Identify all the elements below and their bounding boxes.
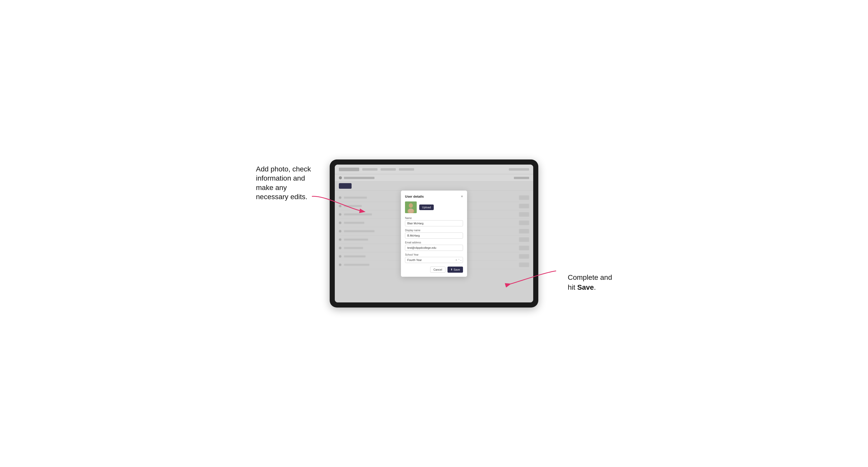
svg-point-4 bbox=[408, 209, 413, 213]
email-field-group: Email address bbox=[405, 241, 463, 251]
modal-close-button[interactable]: × bbox=[461, 195, 463, 198]
save-icon: ⬆ bbox=[451, 268, 453, 271]
save-button[interactable]: ⬆ Save bbox=[447, 267, 463, 273]
school-year-clear-button[interactable]: × bbox=[456, 258, 457, 261]
cancel-button[interactable]: Cancel bbox=[430, 267, 445, 273]
arrow-right-indicator bbox=[508, 268, 559, 287]
school-year-field-group: School Year × ⌃⌄ bbox=[405, 253, 463, 263]
svg-point-2 bbox=[409, 203, 413, 208]
modal-title: User details bbox=[405, 195, 424, 198]
page-container: Add photo, check information and make an… bbox=[256, 144, 612, 323]
upload-button[interactable]: Upload bbox=[419, 205, 434, 210]
school-year-input[interactable] bbox=[405, 257, 463, 263]
name-field-group: Name bbox=[405, 217, 463, 226]
photo-preview bbox=[405, 201, 417, 213]
modal-header: User details × bbox=[405, 195, 463, 198]
display-name-field-group: Display name bbox=[405, 229, 463, 239]
school-year-dropdown-button[interactable]: ⌃⌄ bbox=[458, 259, 462, 261]
school-year-label: School Year bbox=[405, 253, 463, 256]
photo-section: Upload bbox=[405, 201, 463, 213]
photo-thumbnail bbox=[405, 201, 417, 213]
arrow-left-indicator bbox=[309, 194, 365, 215]
annotation-right: Complete and hit Save. bbox=[568, 272, 612, 292]
annotation-left: Add photo, check information and make an… bbox=[256, 164, 311, 202]
user-details-modal: User details × bbox=[401, 190, 467, 277]
school-year-controls: × ⌃⌄ bbox=[456, 258, 462, 261]
name-input[interactable] bbox=[405, 220, 463, 226]
modal-footer: Cancel ⬆ Save bbox=[405, 267, 463, 273]
tablet-frame: User details × bbox=[330, 159, 538, 308]
school-year-wrapper: × ⌃⌄ bbox=[405, 257, 463, 263]
name-label: Name bbox=[405, 217, 463, 219]
display-name-input[interactable] bbox=[405, 232, 463, 239]
modal-overlay: User details × bbox=[335, 164, 533, 303]
tablet-screen: User details × bbox=[335, 164, 533, 303]
email-label: Email address bbox=[405, 241, 463, 244]
email-input[interactable] bbox=[405, 245, 463, 251]
display-name-label: Display name bbox=[405, 229, 463, 232]
